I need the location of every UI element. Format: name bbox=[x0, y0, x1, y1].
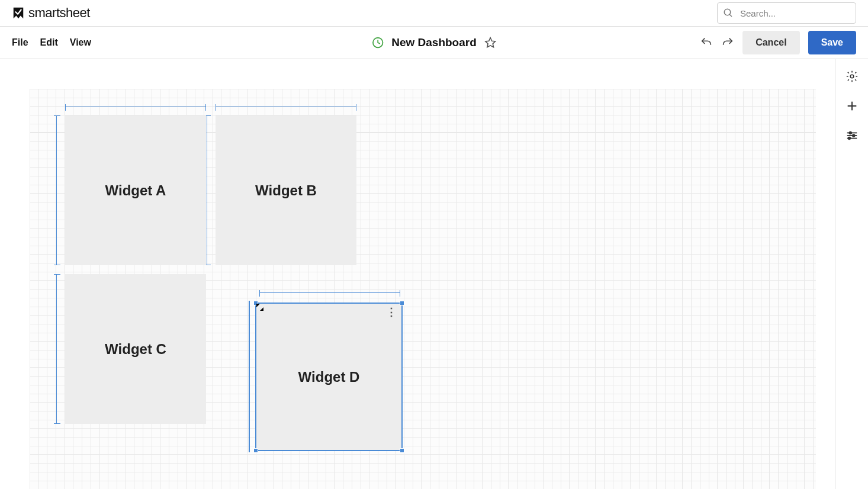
svg-marker-3 bbox=[486, 38, 496, 47]
brand-name: smartsheet bbox=[28, 5, 90, 21]
widget-kebab-icon[interactable]: ⋮ bbox=[386, 307, 396, 317]
clock-icon bbox=[371, 36, 384, 49]
favorite-star-icon[interactable] bbox=[484, 36, 497, 49]
guide-vertical bbox=[56, 115, 57, 265]
guide-vertical bbox=[207, 115, 207, 265]
undo-icon[interactable] bbox=[700, 36, 713, 49]
widget-label: Widget B bbox=[255, 182, 317, 199]
widget-label: Widget A bbox=[105, 182, 166, 199]
dashboard-title: New Dashboard bbox=[391, 36, 477, 49]
svg-point-8 bbox=[849, 132, 851, 134]
guide-horizontal bbox=[259, 292, 400, 293]
redo-icon[interactable] bbox=[721, 36, 734, 49]
search-input[interactable] bbox=[717, 2, 856, 24]
search-icon bbox=[723, 8, 734, 18]
widget-a[interactable]: Widget A bbox=[65, 115, 206, 265]
widget-label: Widget D bbox=[298, 369, 360, 385]
svg-line-1 bbox=[729, 14, 732, 17]
widget-b[interactable]: Widget B bbox=[216, 115, 356, 265]
widget-label: Widget C bbox=[105, 341, 166, 358]
dashboard-title-group: New Dashboard bbox=[371, 36, 497, 49]
guide-horizontal bbox=[65, 107, 206, 107]
dashboard-canvas[interactable]: Widget A Widget B Widget C Widget D ⋮ bbox=[30, 89, 816, 489]
svg-point-10 bbox=[852, 134, 854, 137]
right-rail bbox=[835, 59, 868, 489]
menu-bar: File Edit View New Dashboard bbox=[0, 27, 868, 59]
widget-d[interactable]: Widget D ⋮ bbox=[256, 304, 401, 450]
guide-vertical bbox=[56, 274, 57, 424]
menu-view[interactable]: View bbox=[70, 37, 91, 48]
svg-point-4 bbox=[850, 75, 854, 78]
brand-mark-icon bbox=[12, 7, 25, 20]
plus-icon[interactable] bbox=[846, 99, 859, 112]
gear-icon[interactable] bbox=[846, 70, 859, 83]
snap-guide bbox=[249, 301, 250, 452]
svg-point-12 bbox=[848, 137, 850, 140]
top-bar: smartsheet bbox=[0, 0, 868, 27]
menu-edit[interactable]: Edit bbox=[40, 37, 58, 48]
menu-file[interactable]: File bbox=[12, 37, 28, 48]
search-field[interactable] bbox=[717, 2, 856, 24]
guide-horizontal bbox=[216, 107, 356, 107]
widget-c[interactable]: Widget C bbox=[65, 274, 206, 424]
save-button[interactable]: Save bbox=[808, 31, 856, 54]
sliders-icon[interactable] bbox=[846, 129, 859, 142]
brand-logo: smartsheet bbox=[12, 5, 90, 21]
workspace: Widget A Widget B Widget C Widget D ⋮ bbox=[0, 59, 868, 489]
cancel-button[interactable]: Cancel bbox=[742, 31, 799, 54]
svg-point-0 bbox=[724, 9, 731, 15]
